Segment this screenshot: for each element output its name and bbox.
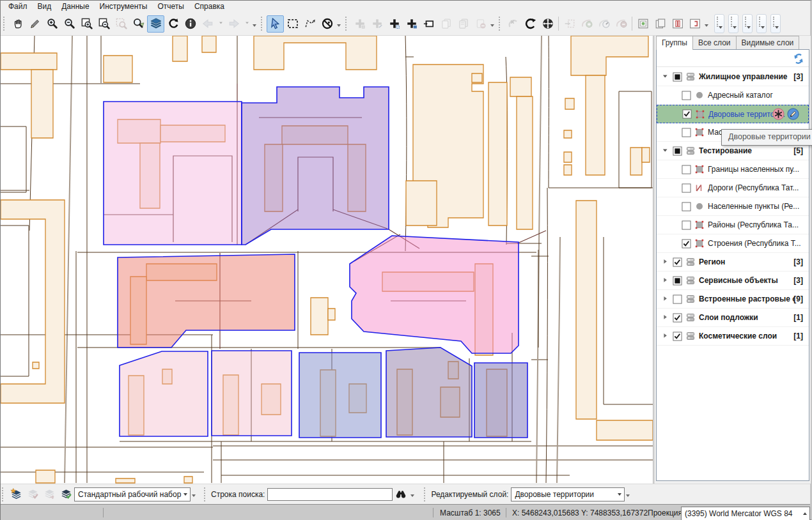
refresh-layers-icon[interactable] xyxy=(792,52,805,65)
yard-polygon-2[interactable] xyxy=(212,351,292,436)
toolbar-overflow-button[interactable] xyxy=(191,486,198,503)
menu-item-Инструменты[interactable]: Инструменты xyxy=(95,1,153,11)
yard-polygon-1[interactable] xyxy=(120,351,208,436)
expand-icon[interactable] xyxy=(662,277,669,284)
group-row-12[interactable]: Встроенные растровые с...[9] xyxy=(657,290,809,309)
move-vertices-button[interactable] xyxy=(539,15,556,33)
toolbar-overflow-button[interactable] xyxy=(336,15,343,33)
select-polygon-button[interactable] xyxy=(301,15,318,33)
add-node-button[interactable] xyxy=(351,15,368,33)
yard-polygon-3[interactable] xyxy=(299,353,381,438)
toolbar-overflow-button[interactable] xyxy=(625,486,632,503)
window-new-button[interactable] xyxy=(634,15,652,33)
courtyard-polygon-w[interactable] xyxy=(118,254,295,348)
find-button[interactable] xyxy=(393,486,409,503)
zoom-selection-button[interactable] xyxy=(130,15,147,33)
add-node-snap-button[interactable] xyxy=(368,15,386,33)
menu-item-Файл[interactable]: Файл xyxy=(3,1,33,11)
tab-Группы[interactable]: Группы xyxy=(656,36,693,50)
expand-icon[interactable] xyxy=(662,295,669,303)
projection-combobox[interactable]: (3395) World Mercator WGS 84 xyxy=(681,507,810,520)
toolbar-overflow-button[interactable] xyxy=(703,15,710,33)
visibility-checkbox[interactable] xyxy=(682,183,691,193)
layer-row-8[interactable]: Районы (Республика Та... xyxy=(657,216,809,234)
insert-shape-button[interactable] xyxy=(561,15,578,33)
group-row-14[interactable]: Косметические слои[1] xyxy=(657,327,809,346)
visibility-checkbox[interactable] xyxy=(673,257,682,267)
collapse-icon[interactable] xyxy=(662,73,669,80)
paste-button[interactable] xyxy=(455,15,472,33)
layer-row-7[interactable]: Населенные пункты (Ре... xyxy=(657,197,809,216)
collapsed-toolbar-stub[interactable] xyxy=(728,14,738,33)
workset-apply-button[interactable] xyxy=(8,486,24,503)
insert-rect-button[interactable] xyxy=(420,15,437,33)
courtyard-polygon-ne[interactable] xyxy=(242,87,389,245)
collapsed-toolbar-stub[interactable] xyxy=(742,14,753,33)
courtyard-polygon-e[interactable] xyxy=(350,236,519,353)
select-arrow-button[interactable] xyxy=(267,15,284,33)
back-dropdown-button[interactable] xyxy=(216,15,225,33)
select-none-button[interactable] xyxy=(318,15,336,33)
menu-item-Отчеты[interactable]: Отчеты xyxy=(152,1,189,11)
rotate-button[interactable] xyxy=(522,15,539,33)
collapse-icon[interactable] xyxy=(662,147,669,155)
visibility-checkbox[interactable] xyxy=(682,239,691,249)
expand-icon[interactable] xyxy=(662,258,669,266)
visibility-checkbox[interactable] xyxy=(682,109,692,119)
yard-polygon-5[interactable] xyxy=(474,363,527,438)
layers-button[interactable] xyxy=(147,15,164,33)
visibility-checkbox[interactable] xyxy=(682,202,691,211)
group-row-13[interactable]: Слои подложки[1] xyxy=(657,309,809,327)
workset-save-button[interactable] xyxy=(24,486,41,503)
vertex-rotate-button[interactable] xyxy=(595,15,613,33)
tab-Все слои[interactable]: Все слои xyxy=(692,36,737,49)
layer-row-6[interactable]: Дороги (Республика Тат... xyxy=(657,179,809,197)
visibility-checkbox[interactable] xyxy=(673,313,682,323)
visibility-checkbox[interactable] xyxy=(673,276,682,286)
copy-button[interactable] xyxy=(437,15,455,33)
visibility-checkbox[interactable] xyxy=(673,146,682,156)
group-row-10[interactable]: Регион[3] xyxy=(657,253,809,271)
workset-revert-button[interactable] xyxy=(41,486,58,503)
collapsed-toolbar-stub[interactable] xyxy=(756,14,767,33)
zoom-out-button[interactable] xyxy=(61,15,78,33)
toolbar-overflow-button[interactable] xyxy=(489,15,496,33)
toolbar-overflow-button[interactable] xyxy=(251,15,258,33)
window-link-button[interactable] xyxy=(686,15,703,33)
back-button[interactable] xyxy=(199,15,216,33)
layer-row-5[interactable]: Границы населенных пу... xyxy=(657,160,809,179)
rotate-undo-button[interactable] xyxy=(504,15,522,33)
layer-edit-badge-icon[interactable] xyxy=(787,108,799,120)
yard-polygon-4[interactable] xyxy=(386,348,472,437)
collapsed-toolbar-stub[interactable] xyxy=(770,14,781,33)
zoom-window-out-button[interactable] xyxy=(95,15,113,33)
visibility-checkbox[interactable] xyxy=(673,294,682,304)
select-rect-button[interactable] xyxy=(284,15,301,33)
courtyard-polygon-nw[interactable] xyxy=(104,102,242,245)
search-input[interactable] xyxy=(267,488,393,501)
zoom-window-in-button[interactable] xyxy=(78,15,95,33)
visibility-checkbox[interactable] xyxy=(682,91,691,100)
refresh-button[interactable] xyxy=(164,15,182,33)
layer-row-1[interactable]: Адресный каталог xyxy=(657,86,809,105)
menu-item-Справка[interactable]: Справка xyxy=(189,1,230,11)
map-svg[interactable] xyxy=(1,36,653,484)
window-copy-button[interactable] xyxy=(652,15,669,33)
group-row-11[interactable]: Сервисные объекты[3] xyxy=(657,271,809,290)
forward-dropdown-button[interactable] xyxy=(242,15,251,33)
info-button[interactable] xyxy=(182,15,199,33)
tab-Видимые слои[interactable]: Видимые слои xyxy=(736,36,800,49)
vertex-delete-button[interactable] xyxy=(613,15,630,33)
zoom-extent-button[interactable] xyxy=(113,15,130,33)
visibility-checkbox[interactable] xyxy=(682,128,691,137)
visibility-checkbox[interactable] xyxy=(682,220,691,230)
map-canvas[interactable] xyxy=(1,36,653,484)
visibility-checkbox[interactable] xyxy=(682,165,691,174)
layer-style-badge-icon[interactable] xyxy=(772,108,785,120)
add-node-xy-button[interactable] xyxy=(403,15,420,33)
workset-combobox[interactable]: Стандартный рабочий набор xyxy=(74,487,191,501)
expand-icon[interactable] xyxy=(662,332,669,340)
collapsed-toolbar-stub[interactable] xyxy=(714,14,724,33)
pan-button[interactable] xyxy=(9,15,26,33)
zoom-in-button[interactable] xyxy=(43,15,61,33)
